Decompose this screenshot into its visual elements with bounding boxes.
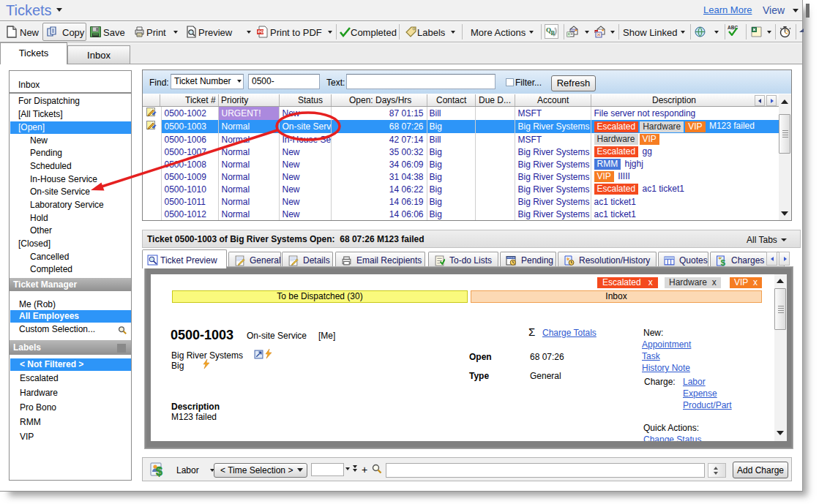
svg-text:$: $ — [156, 465, 162, 478]
svg-text:$: $ — [720, 257, 725, 266]
svg-text:B: B — [551, 30, 556, 37]
